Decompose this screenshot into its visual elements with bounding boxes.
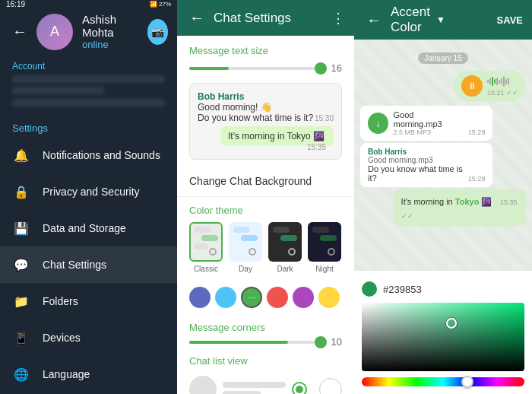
msg-text-size-label: Message text size — [189, 45, 342, 56]
theme-preview-classic — [189, 222, 223, 262]
slider-thumb[interactable] — [315, 62, 327, 75]
sidebar-item-privacy[interactable]: 🔒 Privacy and Security — [0, 173, 177, 210]
theme-bubble — [194, 227, 211, 233]
reply-time: 15:35 — [307, 143, 326, 151]
waveform — [487, 75, 518, 87]
sidebar-item-label: Devices — [43, 332, 81, 344]
corners-thumb[interactable] — [315, 336, 327, 348]
account-label: Account — [12, 61, 165, 71]
theme-dark[interactable]: Dark — [268, 222, 302, 273]
color-dot-0[interactable] — [189, 287, 211, 308]
msg-corners-label: Message corners — [177, 314, 354, 336]
theme-day-label: Day — [239, 265, 252, 273]
slider-fill — [189, 67, 229, 70]
sidebar-item-chat-settings[interactable]: 💬 Chat Settings — [0, 246, 177, 283]
bob-sub-msg: Good morning.mp3 — [368, 156, 485, 164]
chat-settings-title: Chat Settings — [214, 11, 325, 26]
hue-thumb[interactable] — [461, 376, 473, 388]
change-bg-button[interactable]: Change Chat Background — [177, 166, 354, 197]
reply-bubble: It's morning in Tokyo 🌆 15:35 ✓✓ — [394, 189, 526, 226]
status-icons: 📶 27% — [150, 1, 171, 8]
sidebar-item-language[interactable]: 🌐 Language — [0, 356, 177, 392]
theme-classic-label: Classic — [194, 265, 218, 273]
back-button[interactable]: ← — [9, 20, 30, 43]
reply-text: It's morning in Tokyo 🌆 — [228, 131, 325, 141]
color-theme-section: Color theme Classic — [177, 197, 354, 281]
sidebar-item-notifications[interactable]: 🔔 Notifications and Sounds — [0, 137, 177, 173]
sidebar-item-label: Data and Storage — [43, 222, 126, 234]
color-dot-2[interactable]: ··· — [241, 287, 262, 308]
sidebar-item-label: Notifications and Sounds — [43, 149, 160, 161]
account-section: Account — [0, 55, 177, 116]
theme-bubble — [312, 227, 329, 233]
sidebar-item-data[interactable]: 💾 Data and Storage — [0, 210, 177, 246]
sidebar-item-label: Folders — [43, 295, 78, 307]
color-dots-row: ··· — [177, 281, 354, 314]
color-dot-4[interactable] — [293, 287, 314, 308]
color-dot-5[interactable] — [318, 287, 340, 308]
camera-icon: 📷 — [151, 26, 164, 38]
download-arrow: ↓ — [375, 117, 381, 129]
file-size: 2.5 MB MP3 — [393, 129, 463, 136]
theme-inner — [309, 224, 340, 244]
list-avatar — [189, 376, 217, 394]
download-bubble: ↓ Good morning.mp3 2.5 MB MP3 15:28 — [360, 106, 492, 141]
accent-color-panel: ← Accent Color ▼ SAVE January 15 ⏸ — [354, 0, 532, 394]
msg-text-size-section: Message text size 16 — [177, 36, 354, 83]
accent-color-dropdown[interactable]: ▼ — [436, 14, 445, 25]
hex-row: #239853 — [362, 278, 524, 303]
sidebar-item-label: Privacy and Security — [43, 186, 140, 198]
theme-bubble — [320, 235, 337, 241]
chat-list-view-label: Chat list view — [177, 348, 354, 370]
change-bg-label: Change Chat Background — [189, 175, 312, 187]
list-radio-alt[interactable] — [319, 378, 342, 394]
theme-bubble — [201, 235, 218, 241]
camera-button[interactable]: 📷 — [147, 19, 169, 45]
avatar: A — [36, 14, 73, 50]
theme-preview-dark — [268, 222, 302, 262]
back-button[interactable]: ← — [363, 8, 385, 32]
color-theme-label: Color theme — [189, 205, 342, 216]
profile-name: Ashish Mohta — [82, 13, 138, 39]
corners-slider-track[interactable] — [189, 341, 321, 344]
text-size-slider-track[interactable] — [189, 67, 321, 70]
color-dot-1[interactable] — [215, 287, 236, 308]
sidebar-item-devices[interactable]: 📱 Devices — [0, 319, 177, 356]
theme-day[interactable]: Day — [229, 222, 262, 273]
back-button[interactable]: ← — [186, 6, 207, 30]
theme-inner — [191, 224, 221, 253]
battery-icon: 27% — [159, 1, 171, 8]
date-badge-text: January 15 — [418, 52, 467, 64]
hue-slider[interactable] — [362, 377, 524, 386]
chat-preview: Bob Harris Good morning! 👋 Do you know w… — [189, 83, 342, 160]
corners-slider-row: 10 — [177, 336, 354, 348]
theme-inner — [270, 224, 300, 244]
color-gradient[interactable] — [362, 303, 524, 371]
list-radio[interactable] — [292, 382, 307, 394]
corners-fill — [189, 341, 288, 344]
status-time: 16:19 — [6, 0, 25, 8]
profile-status: online — [82, 39, 138, 50]
theme-bubble — [241, 235, 258, 241]
more-icon[interactable]: ⋮ — [331, 10, 345, 27]
theme-options: Classic Day — [189, 222, 342, 273]
wifi-icon: 📶 — [150, 1, 157, 8]
theme-classic[interactable]: Classic — [189, 222, 223, 273]
theme-night-label: Night — [315, 265, 333, 273]
sidebar-item-folders[interactable]: 📁 Folders — [0, 283, 177, 319]
theme-radio — [288, 248, 296, 256]
chat-list-preview-section — [177, 370, 354, 394]
theme-radio — [249, 248, 256, 256]
play-button[interactable]: ⏸ — [461, 75, 483, 97]
blur-line-1 — [12, 75, 165, 83]
bob-msg-row: Do you know what time is it? 15:28 — [368, 164, 485, 183]
theme-bubble — [233, 227, 250, 233]
accent-color-header: ← Accent Color ▼ SAVE — [354, 0, 532, 40]
list-line-1 — [223, 382, 286, 388]
active-dot-check: ··· — [248, 292, 255, 303]
theme-night[interactable]: Night — [308, 222, 341, 273]
gradient-cursor[interactable] — [446, 318, 457, 329]
save-button[interactable]: SAVE — [497, 14, 523, 26]
theme-radio — [328, 248, 335, 256]
color-dot-3[interactable] — [267, 287, 288, 308]
